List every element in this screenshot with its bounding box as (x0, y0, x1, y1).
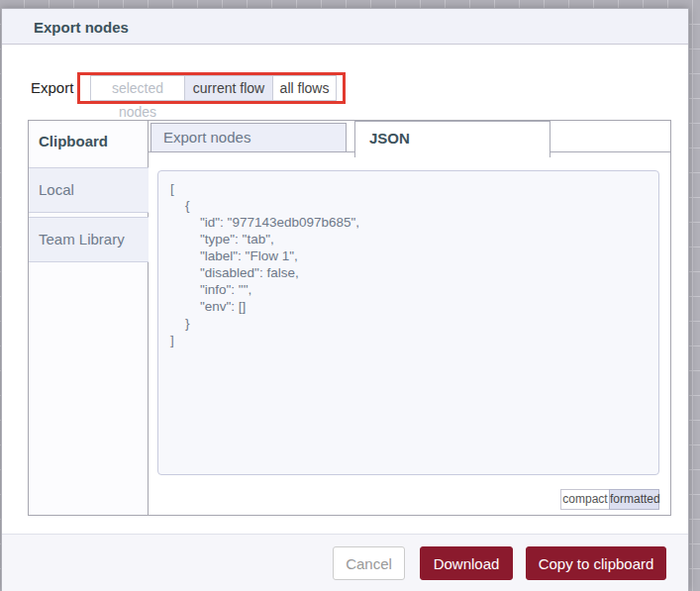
sidebar-section-clipboard[interactable]: Clipboard (39, 133, 108, 149)
download-button[interactable]: Download (420, 546, 513, 580)
dialog-footer: Cancel Download Copy to clipboard (2, 534, 688, 591)
sidebar-item-team-library[interactable]: Team Library (29, 217, 149, 262)
dialog-header: Export nodes (2, 9, 688, 45)
workspace-background: { "dialog": { "title": "Export nodes", "… (0, 0, 700, 591)
export-scope-label: Export (31, 79, 73, 96)
export-scope-toggle: selected nodes current flow all flows (90, 75, 337, 101)
json-editor[interactable]: [ { "id": "977143edb097b685", "type": "t… (157, 170, 659, 475)
copy-to-clipboard-button[interactable]: Copy to clipboard (526, 546, 666, 580)
dialog-title: Export nodes (34, 18, 129, 35)
sidebar-item-local[interactable]: Local (29, 167, 149, 213)
format-toggle: compact formatted (560, 489, 659, 510)
json-content: [ { "id": "977143edb097b685", "type": "t… (170, 180, 647, 348)
scope-option-selected-nodes[interactable]: selected nodes (90, 75, 185, 101)
tab-export-nodes[interactable]: Export nodes (150, 123, 347, 152)
scope-option-current-flow[interactable]: current flow (184, 75, 273, 101)
formatted-button[interactable]: formatted (609, 489, 659, 510)
library-panel: Export nodes JSON Clipboard Local Team L… (28, 120, 671, 516)
tab-json[interactable]: JSON (354, 121, 550, 157)
export-dialog: Export nodes Export selected nodes curre… (1, 8, 689, 591)
scope-option-all-flows[interactable]: all flows (272, 75, 337, 101)
compact-button[interactable]: compact (560, 489, 610, 510)
library-sidebar: Clipboard Local Team Library (29, 121, 149, 515)
cancel-button[interactable]: Cancel (333, 546, 405, 580)
